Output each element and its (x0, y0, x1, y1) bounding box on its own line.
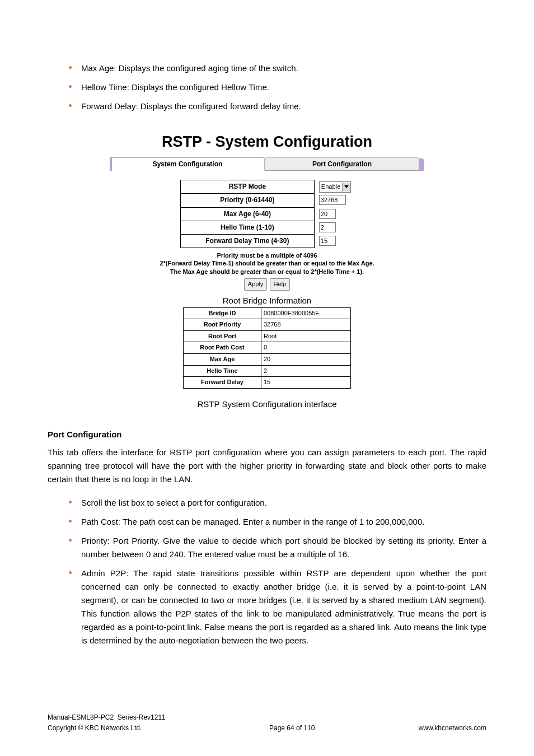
rbi-val: 0080000F3800055E (261, 307, 351, 319)
rbi-key: Bridge ID (184, 307, 261, 319)
config-table: RSTP Mode Enable Priority (0-61440) 3276… (180, 180, 354, 248)
tab-label: Port Configuration (312, 160, 372, 168)
page-footer: Manual-ESML8P-PC2_Series-Rev1211 Copyrig… (48, 712, 486, 734)
note-line: Priority must be a multiple of 4096 (110, 251, 424, 259)
list-item: Scroll the list box to select a port for… (48, 496, 486, 510)
rbi-val: 0 (261, 342, 351, 354)
root-bridge-info-title: Root Bridge Information (110, 294, 424, 307)
select-value: Enable (321, 182, 340, 192)
rstp-screenshot: RSTP - System Configuration System Confi… (110, 130, 424, 389)
rbi-key: Root Path Cost (184, 342, 261, 354)
config-label: RSTP Mode (180, 180, 314, 194)
list-item: Path Cost: The path cost can be managed.… (48, 515, 486, 529)
forward-delay-input[interactable]: 15 (319, 236, 336, 246)
config-label: Hello Time (1-10) (180, 221, 314, 234)
rbi-val: 2 (261, 365, 351, 377)
max-age-input[interactable]: 20 (319, 209, 336, 219)
note-line: 2*(Forward Delay Time-1) should be great… (110, 259, 424, 267)
tab-system-configuration[interactable]: System Configuration (110, 157, 265, 171)
section-paragraph: This tab offers the interface for RSTP p… (48, 446, 486, 486)
list-item: Priority: Port Priority. Give the value … (48, 534, 486, 561)
note-line: The Max Age should be greater than or eq… (110, 268, 424, 276)
rbi-key: Forward Delay (184, 377, 261, 389)
apply-button[interactable]: Apply (244, 278, 268, 291)
footer-page-number: Page 64 of 110 (166, 723, 419, 734)
hello-time-input[interactable]: 2 (319, 222, 336, 232)
rbi-val: 20 (261, 353, 351, 365)
rbi-key: Hello Time (184, 365, 261, 377)
list-item: Admin P2P: The rapid state transitions p… (48, 567, 486, 647)
rbi-key: Root Port (184, 330, 261, 342)
tab-bar: System Configuration Port Configuration (110, 157, 424, 171)
tab-label: System Configuration (153, 160, 223, 168)
footer-copyright: Copyright © KBC Networks Ltd. (48, 723, 166, 734)
config-label: Priority (0-61440) (180, 194, 314, 207)
list-item: Max Age: Displays the configured aging t… (48, 62, 486, 75)
root-bridge-info-table: Bridge ID0080000F3800055E Root Priority3… (183, 307, 351, 389)
list-item: Forward Delay: Displays the configured f… (48, 100, 486, 113)
help-button[interactable]: Help (270, 278, 291, 291)
priority-input[interactable]: 32768 (319, 195, 346, 205)
config-notes: Priority must be a multiple of 4096 2*(F… (110, 251, 424, 276)
rbi-val: 15 (261, 377, 351, 389)
top-bullet-list: Max Age: Displays the configured aging t… (48, 62, 486, 113)
list-item: Hellow Time: Displays the configured Hel… (48, 81, 486, 94)
footer-url: www.kbcnetworks.com (419, 723, 486, 734)
screenshot-title: RSTP - System Configuration (110, 130, 424, 154)
tab-end-decoration (419, 158, 424, 171)
config-label: Max Age (6-40) (180, 207, 314, 221)
rbi-val: Root (261, 330, 351, 342)
screenshot-caption: RSTP System Configuration interface (48, 398, 486, 411)
rbi-key: Max Age (184, 353, 261, 365)
section-heading: Port Configuration (48, 428, 486, 441)
rbi-val: 32768 (261, 319, 351, 331)
chevron-down-icon (342, 183, 350, 192)
port-config-bullet-list: Scroll the list box to select a port for… (48, 496, 486, 647)
rbi-key: Root Priority (184, 319, 261, 331)
footer-manual-id: Manual-ESML8P-PC2_Series-Rev1211 (48, 712, 166, 723)
tab-port-configuration[interactable]: Port Configuration (265, 157, 419, 171)
rstp-mode-select[interactable]: Enable (319, 181, 351, 193)
config-label: Forward Delay Time (4-30) (180, 234, 314, 248)
